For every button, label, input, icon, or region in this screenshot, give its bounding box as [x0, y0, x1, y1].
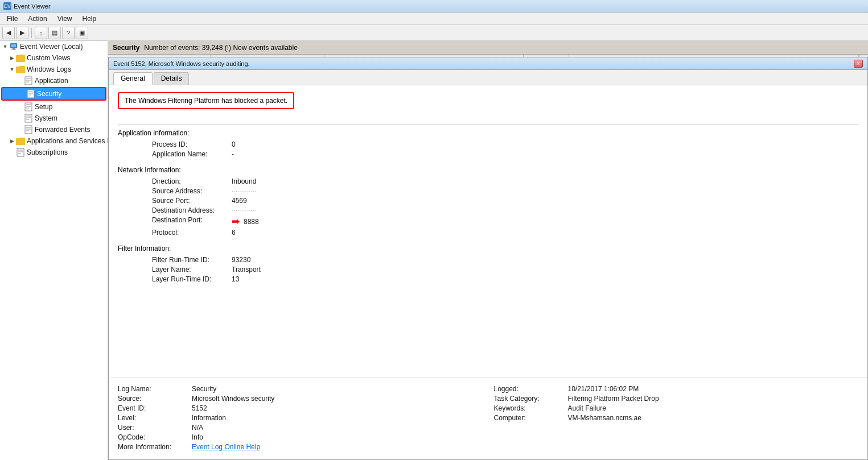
- bottom-value-level: Information: [192, 414, 226, 422]
- toolbar-action2[interactable]: ▣: [76, 27, 88, 39]
- content-title: Security: [113, 44, 139, 52]
- bottom-label-log-name: Log Name:: [118, 385, 192, 393]
- svg-rect-8: [27, 90, 34, 98]
- menu-help[interactable]: Help: [78, 14, 101, 24]
- sidebar-item-application[interactable]: Application: [0, 75, 108, 86]
- detail-row-process-id: Process ID: 0: [118, 140, 858, 148]
- sidebar-item-windows-logs[interactable]: ▼ Windows Logs: [0, 64, 108, 75]
- detail-row-source-address: Source Address: ·············: [118, 187, 858, 195]
- section-application-info: Application Information:: [118, 129, 858, 137]
- toolbar-back[interactable]: ◀: [2, 27, 15, 39]
- log-icon: [24, 102, 33, 111]
- value-layer-runtime-id: 13: [232, 275, 239, 283]
- toolbar-forward[interactable]: ▶: [16, 27, 28, 39]
- svg-rect-4: [25, 77, 32, 85]
- event-message-text: The Windows Filtering Platform has block…: [125, 97, 287, 105]
- expand-placeholder: [16, 103, 24, 111]
- label-app-name: Application Name:: [118, 150, 232, 158]
- expand-icon: ▼: [8, 65, 16, 73]
- event-log-online-help-link[interactable]: Event Log Online Help: [192, 443, 260, 451]
- divider: [118, 124, 858, 125]
- arrow-indicator: ➡: [232, 216, 239, 227]
- subscriptions-icon: [16, 148, 25, 157]
- content-info: Number of events: 39,248 (!) New events …: [144, 44, 297, 52]
- detail-row-direction: Direction: Inbound: [118, 177, 858, 185]
- label-protocol: Protocol:: [118, 229, 232, 237]
- tab-general[interactable]: General: [113, 72, 153, 85]
- bottom-label-level: Level:: [118, 414, 192, 422]
- sidebar-label-forwarded-events: Forwarded Events: [35, 126, 90, 134]
- label-source-address: Source Address:: [118, 187, 232, 195]
- log-icon: [24, 114, 33, 123]
- sidebar-item-forwarded-events[interactable]: Forwarded Events: [0, 124, 108, 135]
- sidebar-label-setup: Setup: [35, 103, 52, 111]
- sidebar-label-apps-services: Applications and Services Lo: [27, 137, 108, 145]
- value-filter-runtime-id: 93230: [232, 256, 250, 264]
- log-icon: [24, 125, 33, 134]
- bottom-row-user: User: N/A: [118, 424, 483, 432]
- sidebar-item-apps-services[interactable]: ▶ Applications and Services Lo: [0, 135, 108, 147]
- tab-details[interactable]: Details: [154, 72, 190, 85]
- bottom-label-keywords: Keywords:: [494, 404, 568, 412]
- bottom-value-keywords: Audit Failure: [568, 404, 606, 412]
- toolbar-help[interactable]: ?: [62, 27, 75, 39]
- main-layout: ▼ Event Viewer (Local) ▶ Custom Views ▼ …: [0, 41, 868, 460]
- content-header: Security Number of events: 39,248 (!) Ne…: [108, 41, 868, 55]
- event-message-box: The Windows Filtering Platform has block…: [118, 92, 294, 109]
- value-dest-port: ➡ 8888: [232, 216, 259, 227]
- bottom-value-event-id: 5152: [192, 404, 207, 412]
- dialog-tabs: General Details: [109, 70, 867, 85]
- menu-action[interactable]: Action: [23, 14, 51, 24]
- value-process-id: 0: [232, 140, 236, 148]
- label-source-port: Source Port:: [118, 197, 232, 205]
- bottom-row-keywords: Keywords: Audit Failure: [494, 404, 859, 412]
- bottom-label-logged: Logged:: [494, 385, 568, 393]
- sidebar-item-event-viewer-local[interactable]: ▼ Event Viewer (Local): [0, 41, 108, 52]
- sidebar-item-setup[interactable]: Setup: [0, 101, 108, 113]
- bottom-value-log-name: Security: [192, 385, 216, 393]
- svg-rect-3: [11, 49, 16, 50]
- bottom-value-logged: 10/21/2017 1:06:02 PM: [568, 385, 639, 393]
- bottom-info: Log Name: Security Source: Microsoft Win…: [109, 378, 867, 459]
- dialog-close-button[interactable]: ✕: [854, 60, 863, 68]
- app-icon: EV: [3, 2, 11, 10]
- svg-rect-1: [11, 44, 16, 47]
- detail-row-layer-name: Layer Name: Transport: [118, 266, 858, 273]
- sidebar-item-custom-views[interactable]: ▶ Custom Views: [0, 52, 108, 64]
- sidebar-label-security: Security: [37, 90, 61, 98]
- menu-view[interactable]: View: [53, 14, 77, 24]
- label-layer-runtime-id: Layer Run-Time ID:: [118, 275, 232, 283]
- sidebar-item-system[interactable]: System: [0, 113, 108, 124]
- label-dest-address: Destination Address:: [118, 206, 232, 214]
- security-log-icon: [26, 89, 35, 98]
- bottom-label-user: User:: [118, 424, 192, 432]
- label-process-id: Process ID:: [118, 140, 232, 148]
- toolbar: ◀ ▶ ↑ ▤ ? ▣: [0, 25, 868, 41]
- label-layer-name: Layer Name:: [118, 266, 232, 273]
- bottom-row-event-id: Event ID: 5152: [118, 404, 483, 412]
- svg-rect-20: [25, 126, 32, 134]
- detail-row-filter-runtime-id: Filter Run-Time ID: 93230: [118, 256, 858, 264]
- dialog-title: Event 5152, Microsoft Windows security a…: [113, 60, 250, 67]
- bottom-label-opcode: OpCode:: [118, 433, 192, 441]
- app-title: Event Viewer: [14, 3, 51, 10]
- detail-row-dest-address: Destination Address: ·············: [118, 206, 858, 214]
- value-source-address: ·············: [232, 187, 256, 195]
- label-dest-port: Destination Port:: [118, 216, 232, 227]
- bottom-row-task-category: Task Category: Filtering Platform Packet…: [494, 395, 859, 403]
- toolbar-up[interactable]: ↑: [35, 27, 47, 39]
- bottom-row-log-name: Log Name: Security: [118, 385, 483, 393]
- toolbar-sep1: [31, 28, 32, 38]
- expand-placeholder: [18, 90, 26, 98]
- sidebar-item-subscriptions[interactable]: Subscriptions: [0, 147, 108, 158]
- menu-file[interactable]: File: [2, 14, 22, 24]
- value-layer-name: Transport: [232, 266, 261, 273]
- toolbar-action1[interactable]: ▤: [48, 27, 61, 39]
- content-area: Security Number of events: 39,248 (!) Ne…: [108, 41, 868, 460]
- expand-icon: ▶: [8, 54, 16, 62]
- bottom-row-more-info: More Information: Event Log Online Help: [118, 443, 483, 451]
- sidebar-item-security[interactable]: Security: [1, 87, 106, 101]
- detail-row-app-name: Application Name: -: [118, 150, 858, 158]
- detail-row-protocol: Protocol: 6: [118, 229, 858, 237]
- value-app-name: -: [232, 150, 234, 158]
